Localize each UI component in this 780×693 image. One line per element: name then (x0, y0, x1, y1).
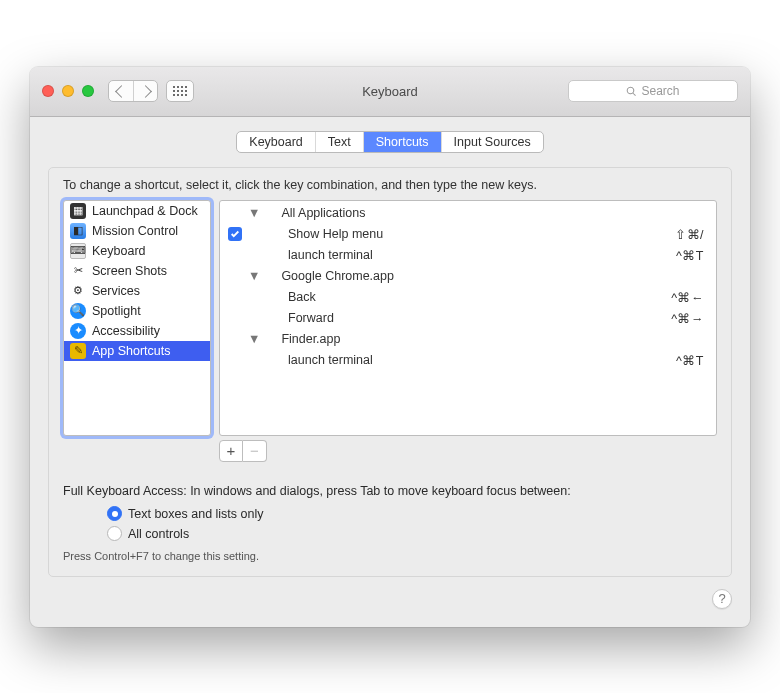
search-field[interactable]: Search (568, 80, 738, 102)
radio-icon[interactable] (107, 506, 122, 521)
category-label: Spotlight (92, 304, 141, 318)
category-keyboard[interactable]: ⌨ Keyboard (64, 241, 210, 261)
mission-control-icon: ◧ (70, 223, 86, 239)
tab-input-sources[interactable]: Input Sources (441, 132, 543, 152)
shortcut-show-help[interactable]: Show Help menu ⇧⌘/ (222, 224, 708, 245)
app-shortcuts-icon: ✎ (70, 343, 86, 359)
group-finder[interactable]: ▼ Finder.app (222, 329, 708, 350)
shortcuts-panel: To change a shortcut, select it, click t… (48, 167, 732, 577)
category-label: Launchpad & Dock (92, 204, 198, 218)
search-placeholder: Search (641, 84, 679, 98)
disclosure-triangle-icon[interactable]: ▼ (248, 206, 260, 220)
category-services[interactable]: ⚙ Services (64, 281, 210, 301)
close-button[interactable] (42, 85, 54, 97)
gear-icon: ⚙ (70, 283, 86, 299)
nav-buttons (108, 80, 158, 102)
shortcut-chrome-back[interactable]: Back ^⌘← (222, 287, 708, 308)
disclosure-triangle-icon[interactable]: ▼ (248, 269, 260, 283)
minimize-button[interactable] (62, 85, 74, 97)
shortcut-finder-launch-terminal[interactable]: launch terminal ^⌘T (222, 350, 708, 371)
accessibility-icon: ✦ (70, 323, 86, 339)
grid-icon (173, 86, 188, 97)
key-combo: ^⌘T (676, 248, 708, 263)
spotlight-icon: 🔍 (70, 303, 86, 319)
toolbar: Keyboard Search (30, 67, 750, 117)
shortcut-launch-terminal-all[interactable]: launch terminal ^⌘T (222, 245, 708, 266)
show-all-button[interactable] (166, 80, 194, 102)
forward-button[interactable] (133, 81, 157, 101)
group-all-applications[interactable]: ▼ All Applications (222, 203, 708, 224)
category-mission-control[interactable]: ◧ Mission Control (64, 221, 210, 241)
help-button[interactable]: ? (712, 589, 732, 609)
back-button[interactable] (109, 81, 133, 101)
add-remove-controls: + − (219, 440, 717, 462)
chevron-right-icon (139, 85, 152, 98)
category-label: Accessibility (92, 324, 160, 338)
tab-bar: Keyboard Text Shortcuts Input Sources (236, 131, 543, 153)
key-combo: ^⌘T (676, 353, 708, 368)
panes: ▦ Launchpad & Dock ◧ Mission Control ⌨ K… (63, 200, 717, 436)
category-accessibility[interactable]: ✦ Accessibility (64, 321, 210, 341)
disclosure-triangle-icon[interactable]: ▼ (248, 332, 260, 346)
category-label: Keyboard (92, 244, 146, 258)
traffic-lights (42, 85, 94, 97)
category-screenshots[interactable]: ✂ Screen Shots (64, 261, 210, 281)
tab-shortcuts[interactable]: Shortcuts (363, 132, 441, 152)
fka-option-allcontrols[interactable]: All controls (107, 524, 717, 544)
tab-text[interactable]: Text (315, 132, 363, 152)
full-keyboard-access: Full Keyboard Access: In windows and dia… (63, 484, 717, 562)
launchpad-icon: ▦ (70, 203, 86, 219)
category-label: App Shortcuts (92, 344, 171, 358)
content-area: Keyboard Text Shortcuts Input Sources To… (30, 117, 750, 627)
checkbox-icon[interactable] (228, 227, 242, 241)
scissors-icon: ✂ (70, 263, 86, 279)
fka-hint: Press Control+F7 to change this setting. (63, 550, 717, 562)
fka-option-textboxes[interactable]: Text boxes and lists only (107, 504, 717, 524)
keyboard-icon: ⌨ (70, 243, 86, 259)
tab-row: Keyboard Text Shortcuts Input Sources (48, 131, 732, 153)
remove-button[interactable]: − (243, 440, 267, 462)
key-combo: ^⌘→ (671, 311, 708, 326)
category-launchpad-dock[interactable]: ▦ Launchpad & Dock (64, 201, 210, 221)
chevron-left-icon (115, 85, 128, 98)
group-google-chrome[interactable]: ▼ Google Chrome.app (222, 266, 708, 287)
zoom-button[interactable] (82, 85, 94, 97)
category-label: Services (92, 284, 140, 298)
add-button[interactable]: + (219, 440, 243, 462)
radio-icon[interactable] (107, 526, 122, 541)
fka-option-label: Text boxes and lists only (128, 507, 264, 521)
search-icon (626, 86, 637, 97)
key-combo: ^⌘← (671, 290, 708, 305)
category-label: Mission Control (92, 224, 178, 238)
category-label: Screen Shots (92, 264, 167, 278)
category-app-shortcuts[interactable]: ✎ App Shortcuts (64, 341, 210, 361)
key-combo: ⇧⌘/ (675, 227, 708, 242)
category-spotlight[interactable]: 🔍 Spotlight (64, 301, 210, 321)
instruction-text: To change a shortcut, select it, click t… (63, 178, 717, 192)
shortcut-chrome-forward[interactable]: Forward ^⌘→ (222, 308, 708, 329)
category-list[interactable]: ▦ Launchpad & Dock ◧ Mission Control ⌨ K… (63, 200, 211, 436)
fka-option-label: All controls (128, 527, 189, 541)
keyboard-prefs-window: Keyboard Search Keyboard Text Shortcuts … (30, 67, 750, 627)
tab-keyboard[interactable]: Keyboard (237, 132, 315, 152)
fka-intro: Full Keyboard Access: In windows and dia… (63, 484, 571, 498)
shortcut-detail[interactable]: ▼ All Applications Show Help menu ⇧⌘/ la… (219, 200, 717, 436)
